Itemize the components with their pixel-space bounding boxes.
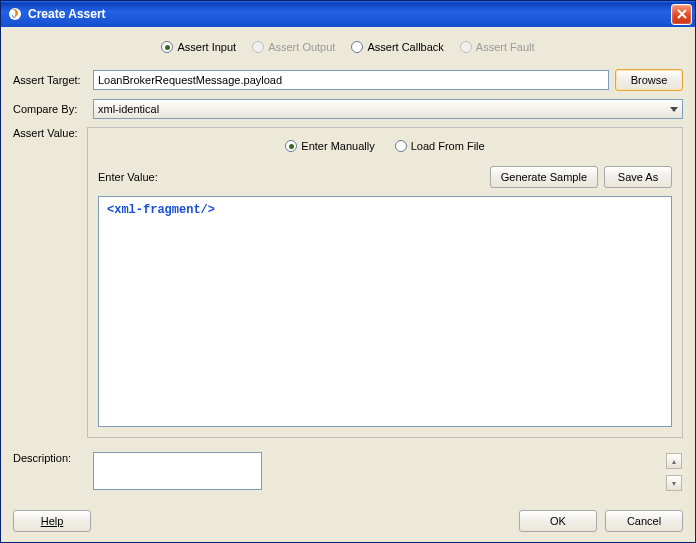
compare-by-row: Compare By: xml-identical: [13, 99, 683, 119]
assert-target-label: Assert Target:: [13, 74, 87, 86]
description-section: Description: ▴ ▾: [13, 452, 683, 492]
compare-by-select[interactable]: xml-identical: [93, 99, 683, 119]
close-button[interactable]: [671, 4, 692, 25]
assert-value-label: Assert Value:: [13, 127, 87, 438]
description-input[interactable]: [93, 452, 262, 490]
value-mode-group: Enter Manually Load From File: [98, 138, 672, 154]
cancel-button[interactable]: Cancel: [605, 510, 683, 532]
assert-type-group: Assert Input Assert Output Assert Callba…: [13, 39, 683, 55]
radio-label: Assert Output: [268, 41, 335, 53]
dialog-body: Assert Input Assert Output Assert Callba…: [1, 27, 695, 500]
value-action-row: Enter Value: Generate Sample Save As: [98, 166, 672, 188]
radio-icon: [395, 140, 407, 152]
assert-target-row: Assert Target: Browse: [13, 69, 683, 91]
description-label: Description:: [13, 452, 87, 464]
compare-by-label: Compare By:: [13, 103, 87, 115]
radio-icon: [460, 41, 472, 53]
radio-icon: [252, 41, 264, 53]
scrollbar[interactable]: ▴ ▾: [666, 453, 682, 491]
dialog-title: Create Assert: [28, 7, 671, 21]
scroll-down-icon[interactable]: ▾: [666, 475, 682, 491]
scroll-up-icon[interactable]: ▴: [666, 453, 682, 469]
radio-icon: [161, 41, 173, 53]
generate-sample-button[interactable]: Generate Sample: [490, 166, 598, 188]
create-assert-dialog: Create Assert Assert Input Assert Output…: [0, 0, 696, 543]
assert-target-input[interactable]: [93, 70, 609, 90]
enter-manually-radio[interactable]: Enter Manually: [281, 138, 378, 154]
load-from-file-radio[interactable]: Load From File: [391, 138, 489, 154]
radio-label: Assert Input: [177, 41, 236, 53]
xml-editor[interactable]: <xml-fragment/>: [98, 196, 672, 427]
radio-label: Load From File: [411, 140, 485, 152]
assert-value-section: Assert Value: Enter Manually Load From F…: [13, 127, 683, 438]
browse-button[interactable]: Browse: [615, 69, 683, 91]
titlebar: Create Assert: [1, 1, 695, 27]
radio-label: Assert Callback: [367, 41, 443, 53]
radio-icon: [351, 41, 363, 53]
dialog-footer: Help OK Cancel: [1, 510, 695, 542]
assert-callback-radio[interactable]: Assert Callback: [347, 39, 447, 55]
assert-output-radio: Assert Output: [248, 39, 339, 55]
assert-input-radio[interactable]: Assert Input: [157, 39, 240, 55]
editor-content: <xml-fragment/>: [107, 203, 215, 217]
radio-icon: [285, 140, 297, 152]
help-button[interactable]: Help: [13, 510, 91, 532]
assert-value-panel: Enter Manually Load From File Enter Valu…: [87, 127, 683, 438]
radio-label: Assert Fault: [476, 41, 535, 53]
app-icon: [7, 6, 23, 22]
assert-fault-radio: Assert Fault: [456, 39, 539, 55]
enter-value-label: Enter Value:: [98, 171, 158, 183]
ok-button[interactable]: OK: [519, 510, 597, 532]
save-as-button[interactable]: Save As: [604, 166, 672, 188]
compare-by-value: xml-identical: [98, 103, 159, 115]
radio-label: Enter Manually: [301, 140, 374, 152]
